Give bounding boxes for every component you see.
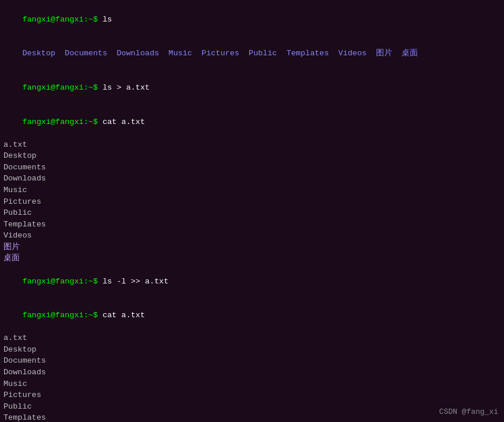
prompt-1: fangxi@fangxi:~$ (22, 15, 98, 24)
dir-documents: Documents (65, 49, 107, 58)
dir-templates: Templates (286, 49, 329, 58)
prompt-3: fangxi@fangxi:~$ (22, 118, 98, 126)
prompt-5: fangxi@fangxi:~$ (22, 311, 98, 320)
cmd-line-5: fangxi@fangxi:~$ cat a.txt (3, 299, 501, 333)
dir-desktop: Desktop (22, 49, 55, 58)
terminal[interactable]: fangxi@fangxi:~$ ls Desktop Documents Do… (0, 0, 504, 422)
cat1-pics-cn: 图片 (3, 242, 501, 253)
cat1-pictures: Pictures (3, 196, 501, 208)
cat2-pictures: Pictures (3, 389, 501, 401)
dir-pics-cn: 图片 (376, 49, 392, 58)
cat2-public: Public (3, 401, 501, 413)
cat1-atxt: a.txt (3, 139, 501, 151)
cat1-videos: Videos (3, 230, 501, 242)
cat2-documents: Documents (3, 355, 501, 367)
cat2-downloads: Downloads (3, 367, 501, 378)
cmd-text-4: ls -l >> a.txt (98, 277, 169, 286)
cat2-desktop: Desktop (3, 344, 501, 356)
cmd-line-2: fangxi@fangxi:~$ ls > a.txt (3, 70, 501, 105)
cat1-desktop-cn: 桌面 (3, 253, 501, 264)
dir-videos: Videos (338, 49, 367, 58)
prompt-4: fangxi@fangxi:~$ (22, 277, 98, 286)
cat1-public: Public (3, 207, 501, 219)
cat1-templates: Templates (3, 219, 501, 230)
watermark: CSDN @fang_xi (439, 407, 498, 416)
cmd-text-1: ls (98, 15, 112, 24)
cat1-desktop: Desktop (3, 150, 501, 162)
cmd-text-5: cat a.txt (98, 311, 145, 320)
dir-public: Public (249, 49, 277, 58)
cmd-line-3: fangxi@fangxi:~$ cat a.txt (3, 105, 501, 139)
dir-downloads: Downloads (116, 49, 159, 58)
ls-output-row: Desktop Documents Downloads Music Pictur… (3, 37, 501, 71)
prompt-2: fangxi@fangxi:~$ (22, 83, 98, 92)
cat1-downloads: Downloads (3, 173, 501, 185)
cmd-text-2: ls > a.txt (98, 83, 150, 92)
dir-music: Music (169, 49, 193, 58)
dir-desktop-cn: 桌面 (402, 49, 418, 58)
cat2-music: Music (3, 378, 501, 390)
cat2-atxt: a.txt (3, 332, 501, 344)
cat1-documents: Documents (3, 162, 501, 173)
cat2-templates: Templates (3, 412, 501, 422)
dir-pictures: Pictures (201, 49, 239, 58)
cmd-line-1: fangxi@fangxi:~$ ls (3, 2, 501, 37)
cat1-music: Music (3, 185, 501, 196)
cmd-line-4: fangxi@fangxi:~$ ls -l >> a.txt (3, 264, 501, 299)
cmd-text-3: cat a.txt (98, 118, 145, 126)
